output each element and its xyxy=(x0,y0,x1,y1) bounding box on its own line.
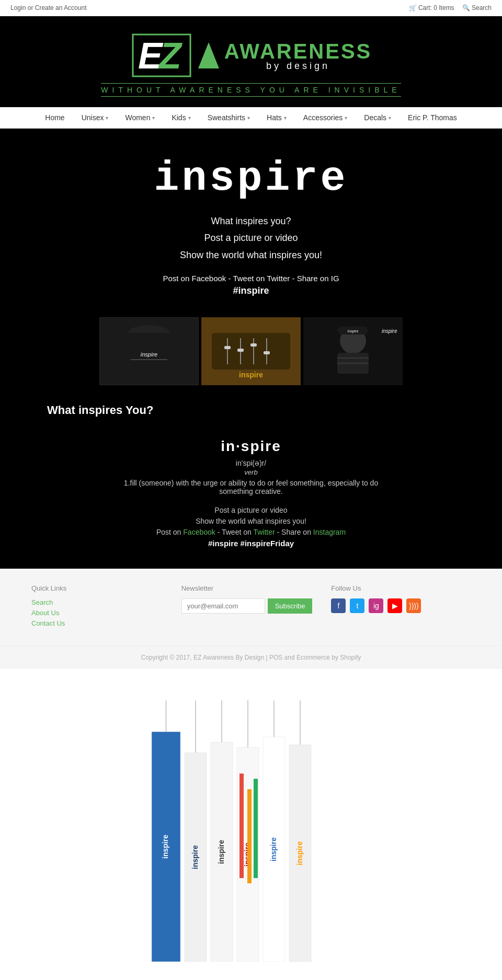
footer-about-link[interactable]: About Us xyxy=(31,609,171,617)
nav-item-sweatshirts[interactable]: Sweatshirts ▾ xyxy=(199,107,258,128)
nav-label-hats: Hats xyxy=(267,113,282,122)
search-link[interactable]: 🔍 Search xyxy=(462,4,492,11)
instagram-link[interactable]: Instagram xyxy=(313,528,346,536)
search-label: Search xyxy=(472,4,492,11)
definition-pronunciation: in'spi(ə)r/ xyxy=(10,459,492,467)
nav-item-accessories[interactable]: Accessories ▾ xyxy=(295,107,356,128)
top-bar: Login or Create an Account 🛒 Cart: 0 Ite… xyxy=(0,0,502,16)
nav-label-home: Home xyxy=(45,113,64,122)
copyright-text: Copyright © 2017, EZ Awareness By Design… xyxy=(141,654,361,661)
twitter-link[interactable]: Twitter xyxy=(253,528,275,536)
nav-item-women[interactable]: Women ▾ xyxy=(117,107,163,128)
nav-label-kids: Kids xyxy=(172,113,186,122)
svg-text:Z: Z xyxy=(158,36,182,76)
follow-heading: Follow Us xyxy=(331,584,471,592)
nav-item-eric-thomas[interactable]: Eric P. Thomas xyxy=(400,107,465,128)
svg-rect-13 xyxy=(224,346,231,349)
top-bar-left: Login or Create an Account xyxy=(10,4,86,11)
newsletter-email-input[interactable] xyxy=(181,598,265,614)
logo-arrow-svg xyxy=(198,42,219,68)
svg-text:inspire: inspire xyxy=(382,328,397,334)
banner-canvas xyxy=(146,700,356,962)
logo-area: E Z AWARENESS by design xyxy=(101,32,401,79)
cart-icon: 🛒 xyxy=(409,4,417,11)
search-icon: 🔍 xyxy=(462,4,470,11)
hero-title: inspire xyxy=(10,155,492,202)
definition-part-of-speech: verb xyxy=(10,468,492,476)
svg-rect-8 xyxy=(131,359,167,360)
rss-icon[interactable]: )))) xyxy=(406,598,421,613)
footer: Quick Links Search About Us Contact Us N… xyxy=(0,569,502,645)
nav-label-decals: Decals xyxy=(364,113,386,122)
banner-section xyxy=(0,669,502,980)
main-nav: Home Unisex ▾ Women ▾ Kids ▾ Sweatshirts… xyxy=(0,107,502,129)
svg-text:inspire: inspire xyxy=(348,329,359,333)
chevron-down-icon: ▾ xyxy=(284,115,287,121)
definition-section: in·spire in'spi(ə)r/ verb 1.fill (someon… xyxy=(0,422,502,569)
hero-line1: What inspires you? xyxy=(211,216,291,226)
copyright: Copyright © 2017, EZ Awareness By Design… xyxy=(0,645,502,669)
youtube-icon[interactable]: ▶ xyxy=(387,598,402,613)
definition-hashtag: #inspire #inspireFriday xyxy=(10,539,492,548)
facebook-icon[interactable]: f xyxy=(331,598,346,613)
cart-link[interactable]: 🛒 Cart: 0 Items xyxy=(409,4,454,11)
instagram-icon[interactable]: ig xyxy=(369,598,383,613)
svg-rect-15 xyxy=(237,349,244,352)
hero-section: inspire What inspires you? Post a pictur… xyxy=(0,129,502,317)
awareness-text: AWARENESS xyxy=(224,40,372,63)
footer-quick-links: Quick Links Search About Us Contact Us xyxy=(31,584,171,630)
definition-description: 1.fill (someone) with the urge or abilit… xyxy=(120,479,382,495)
gallery-image-2: inspire xyxy=(201,317,301,385)
gallery-image-3: inspire inspire xyxy=(303,317,403,385)
top-bar-or: or xyxy=(28,4,33,11)
hero-line2: Post a picture or video xyxy=(204,233,298,243)
nav-item-kids[interactable]: Kids ▾ xyxy=(163,107,199,128)
footer-search-link[interactable]: Search xyxy=(31,598,171,606)
gallery-section: inspire inspire xyxy=(0,317,502,396)
chevron-down-icon: ▾ xyxy=(247,115,250,121)
newsletter-form: Subscribe xyxy=(181,598,321,614)
nav-label-sweatshirts: Sweatshirts xyxy=(208,113,245,122)
footer-follow: Follow Us f t ig ▶ )))) xyxy=(331,584,471,613)
definition-show-line: Show the world what inspires you! xyxy=(10,517,492,525)
awareness-text-block: AWARENESS by design xyxy=(224,40,372,72)
what-inspires-heading: What inspires You? xyxy=(0,396,502,422)
logo-tagline: WITHOUT AWARENESS YOU ARE INVISIBLE xyxy=(101,83,401,97)
nav-item-home[interactable]: Home xyxy=(37,107,73,128)
login-link[interactable]: Login xyxy=(10,4,26,11)
footer-contact-link[interactable]: Contact Us xyxy=(31,619,171,627)
logo-container: E Z AWARENESS by design WITHOUT AWARENES… xyxy=(90,27,411,102)
gallery-img-1-svg: inspire xyxy=(99,317,199,385)
social-icons-row: f t ig ▶ )))) xyxy=(331,598,471,613)
gallery-img-2-svg: inspire xyxy=(201,317,301,385)
nav-item-unisex[interactable]: Unisex ▾ xyxy=(73,107,117,128)
gallery-img-3-svg: inspire inspire xyxy=(303,317,403,385)
svg-text:inspire: inspire xyxy=(239,371,263,379)
chevron-down-icon: ▾ xyxy=(152,115,155,121)
create-account-link[interactable]: Create an Account xyxy=(35,4,87,11)
svg-rect-17 xyxy=(250,343,257,347)
nav-item-decals[interactable]: Decals ▾ xyxy=(356,107,400,128)
hero-hashtag: #inspire xyxy=(10,285,492,296)
quick-links-heading: Quick Links xyxy=(31,584,171,592)
top-bar-right: 🛒 Cart: 0 Items 🔍 Search xyxy=(409,4,492,11)
cart-label: Cart: 0 Items xyxy=(418,4,454,11)
svg-text:inspire: inspire xyxy=(141,351,157,358)
footer-newsletter: Newsletter Subscribe xyxy=(181,584,321,614)
chevron-down-icon: ▾ xyxy=(389,115,391,121)
hero-social-line: Post on Facebook - Tweet on Twitter - Sh… xyxy=(10,274,492,283)
fb-link[interactable]: Facebook xyxy=(183,528,215,536)
svg-rect-19 xyxy=(264,351,270,354)
definition-title: in·spire xyxy=(10,438,492,455)
gallery-image-1: inspire xyxy=(99,317,199,385)
twitter-icon[interactable]: t xyxy=(350,598,364,613)
subscribe-button[interactable]: Subscribe xyxy=(268,598,313,614)
hero-line3: Show the world what inspires you! xyxy=(180,250,322,260)
hero-subtitle: What inspires you? Post a picture or vid… xyxy=(10,213,492,263)
svg-rect-11 xyxy=(212,333,290,370)
ez-logo-svg: E Z xyxy=(130,32,193,79)
chevron-down-icon: ▾ xyxy=(345,115,347,121)
nav-label-women: Women xyxy=(125,113,150,122)
definition-title-text: in·spire xyxy=(221,438,281,454)
nav-item-hats[interactable]: Hats ▾ xyxy=(258,107,295,128)
